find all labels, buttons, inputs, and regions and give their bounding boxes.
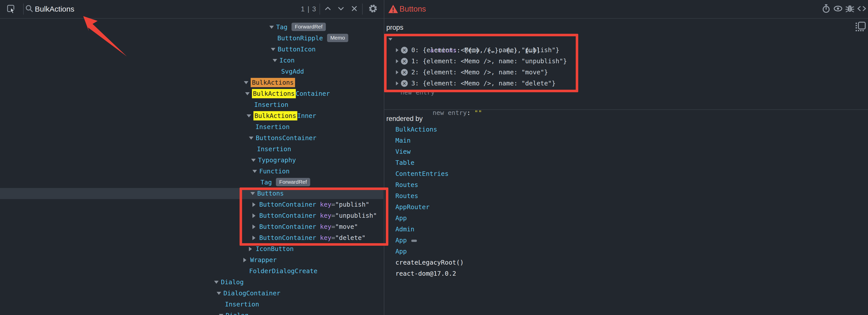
tree-row-bulkactions[interactable]: BulkActionsContainer: [0, 88, 383, 99]
collapse-arrow-icon[interactable]: [219, 314, 223, 315]
collapse-arrow-icon[interactable]: [273, 59, 277, 62]
tree-row-dialogcontainer[interactable]: DialogContainer: [0, 288, 383, 299]
collapse-arrow-icon[interactable]: [247, 114, 251, 117]
rendered-by-item-app[interactable]: App: [395, 235, 417, 246]
expand-arrow-icon[interactable]: [252, 236, 255, 240]
rendered-by-item-routes[interactable]: Routes: [395, 179, 418, 190]
rendered-by-item-routes[interactable]: Routes: [395, 190, 418, 202]
tree-row-buttons[interactable]: Buttons: [0, 188, 383, 199]
component-name: ButtonIcon: [278, 46, 316, 53]
expand-arrow-icon[interactable]: [252, 224, 255, 229]
rendered-by-item-app[interactable]: App: [395, 246, 407, 257]
element-picker-icon[interactable]: [5, 3, 16, 15]
previous-result-icon[interactable]: [323, 4, 332, 14]
new-entry-key: new entry: [433, 109, 467, 116]
clear-search-icon[interactable]: [350, 4, 359, 14]
tree-row-buttonscontainer[interactable]: ButtonsContainer: [0, 133, 383, 144]
expand-arrow-icon[interactable]: [243, 258, 246, 262]
collapse-arrow-icon[interactable]: [269, 26, 274, 29]
tree-row-tag[interactable]: TagForwardRef: [0, 22, 383, 33]
tree-row-insertion[interactable]: Insertion: [0, 99, 383, 110]
expand-arrow-icon[interactable]: [396, 59, 398, 63]
collapse-arrow-icon[interactable]: [252, 170, 257, 173]
tree-row-buttoncontainer[interactable]: ButtonContainer key="publish": [0, 199, 383, 210]
key-attribute: key: [316, 223, 331, 230]
expand-arrow-icon[interactable]: [396, 81, 398, 85]
remove-item-icon[interactable]: ✕: [401, 69, 408, 76]
inspected-element-header: Buttons: [384, 0, 868, 19]
expand-arrow-icon[interactable]: [249, 247, 252, 251]
collapse-arrow-icon[interactable]: [245, 92, 250, 95]
tree-row-iconbutton[interactable]: IconButton: [0, 243, 383, 254]
remove-item-icon[interactable]: ✕: [401, 58, 408, 65]
tree-row-svgadd[interactable]: SvgAdd: [0, 66, 383, 77]
tree-row-buttoncontainer[interactable]: ButtonContainer key="unpublish": [0, 210, 383, 221]
profiler-stopwatch-icon[interactable]: [821, 3, 831, 14]
collapse-arrow-icon[interactable]: [214, 281, 219, 284]
next-result-icon[interactable]: [337, 4, 345, 14]
expand-arrow-icon[interactable]: [252, 213, 255, 218]
array-item-preview: 0: {element: <Memo />, name: "publish"}: [411, 45, 559, 56]
expand-arrow-icon[interactable]: [396, 70, 398, 74]
collapse-arrow-icon[interactable]: [271, 48, 275, 51]
tree-row-icon[interactable]: Icon: [0, 55, 383, 66]
rendered-by-item-react-dom-17-0-2: react-dom@17.0.2: [395, 268, 456, 279]
tree-row-buttonripple[interactable]: ButtonRippleMemo: [0, 33, 383, 44]
props-array-item-0[interactable]: ✕0: {element: <Memo />, name: "publish"}: [384, 45, 868, 56]
element-outline-icon[interactable]: [855, 21, 867, 34]
props-array-item-2[interactable]: ✕2: {element: <Memo />, name: "move"}: [384, 67, 868, 78]
equals-sign: =: [331, 234, 335, 241]
tree-row-buttonicon[interactable]: ButtonIcon: [0, 44, 383, 55]
tree-row-dialog[interactable]: Dialog: [0, 277, 383, 288]
props-array-item-1[interactable]: ✕1: {element: <Memo />, name: "unpublish…: [384, 56, 868, 67]
collapse-arrow-icon[interactable]: [251, 159, 256, 162]
tree-row-insertion[interactable]: Insertion: [0, 299, 383, 310]
new-entry-row[interactable]: new entry: "": [384, 96, 868, 107]
component-name: Insertion: [255, 123, 289, 131]
remove-item-icon[interactable]: ✕: [401, 80, 408, 87]
component-name: SvgAdd: [281, 68, 304, 75]
rendered-by-item-main[interactable]: Main: [395, 135, 410, 146]
rendered-by-item-approuter[interactable]: AppRouter: [395, 202, 430, 213]
inspect-dom-eye-icon[interactable]: [833, 3, 843, 14]
collapse-arrow-icon[interactable]: [249, 137, 253, 140]
component-tree: TagForwardRefButtonRippleMemoButtonIconI…: [0, 19, 383, 315]
rendered-by-item-contententries[interactable]: ContentEntries: [395, 168, 448, 179]
tree-row-insertion[interactable]: Insertion: [0, 121, 383, 133]
tree-row-wrapper[interactable]: Wrapper: [0, 254, 383, 266]
tree-row-buttoncontainer[interactable]: ButtonContainer key="move": [0, 221, 383, 232]
tree-row-bulkactions[interactable]: BulkActionsInner: [0, 110, 383, 121]
view-source-code-icon[interactable]: [857, 3, 867, 14]
rendered-by-item-bulkactions[interactable]: BulkActions: [395, 124, 437, 135]
collapse-arrow-icon[interactable]: [389, 38, 393, 41]
settings-gear-icon[interactable]: [368, 3, 378, 15]
tree-row-typography[interactable]: Typography: [0, 155, 383, 166]
prop-row-actions[interactable]: actions: [{…}, {…}, {…}, {…}]: [384, 34, 868, 45]
component-name: Function: [259, 168, 289, 175]
toolbar-divider: [319, 3, 320, 14]
collapse-arrow-icon[interactable]: [244, 81, 248, 84]
tree-row-buttoncontainer[interactable]: ButtonContainer key="delete": [0, 232, 383, 243]
rendered-by-item-table[interactable]: Table: [395, 157, 414, 168]
tree-row-function[interactable]: Function: [0, 166, 383, 177]
debug-bug-icon[interactable]: [845, 3, 855, 14]
react-devtools-components-panel: BulkActions 1 | 3 TagForwardRefButtonRip…: [0, 0, 868, 315]
tree-row-dialog[interactable]: Dialog: [0, 310, 383, 315]
remove-item-icon[interactable]: ✕: [401, 47, 408, 54]
rendered-by-item-app[interactable]: App: [395, 213, 407, 224]
error-warning-icon: [388, 4, 398, 15]
rendered-by-item-admin[interactable]: Admin: [395, 224, 414, 235]
tree-row-bulkactions[interactable]: BulkActions: [0, 77, 383, 88]
expand-arrow-icon[interactable]: [396, 48, 398, 52]
new-entry-value-input[interactable]: "": [474, 109, 482, 116]
hoc-badge: ForwardRef: [276, 178, 310, 186]
tree-row-tag[interactable]: TagForwardRef: [0, 177, 383, 188]
tree-row-folderdialogcreate[interactable]: FolderDialogCreate: [0, 266, 383, 277]
expand-arrow-icon[interactable]: [252, 202, 255, 207]
search-input[interactable]: BulkActions: [35, 0, 74, 18]
rendered-by-item-view[interactable]: View: [395, 146, 410, 157]
key-value: "delete": [335, 234, 365, 241]
tree-row-insertion[interactable]: Insertion: [0, 144, 383, 155]
collapse-arrow-icon[interactable]: [217, 292, 221, 295]
collapse-arrow-icon[interactable]: [250, 192, 255, 195]
